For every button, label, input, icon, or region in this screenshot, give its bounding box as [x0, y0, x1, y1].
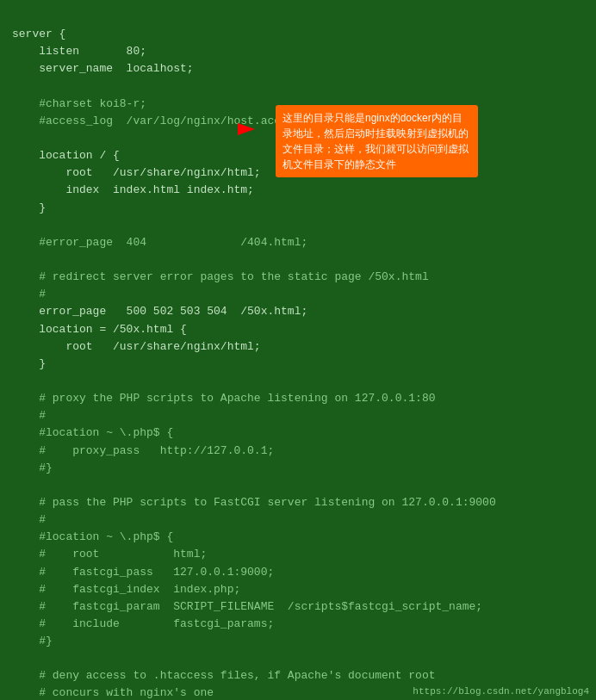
code-line: #error_page 404 /404.html; [12, 234, 584, 251]
code-line [12, 78, 584, 96]
code-line: # root html; [12, 546, 584, 563]
code-line: } [12, 200, 584, 217]
annotation-arrow [238, 123, 255, 135]
code-line: # pass the PHP scripts to FastCGI server… [12, 494, 584, 511]
code-line [12, 477, 584, 494]
code-line: error_page 500 502 503 504 /50x.html; [12, 303, 584, 320]
code-line: index index.html index.htm; [12, 182, 584, 199]
code-line [12, 217, 584, 234]
code-line: # [12, 511, 584, 529]
annotation-text: 这里的目录只能是nginx的docker内的目录地址，然后启动时挂载映射到虚拟机… [282, 112, 469, 170]
code-line: # deny access to .htaccess files, if Apa… [12, 667, 584, 685]
code-line: # fastcgi_param SCRIPT_FILENAME /scripts… [12, 598, 584, 616]
code-line: # redirect server error pages to the sta… [12, 269, 584, 286]
code-line [12, 251, 584, 269]
code-line: #location ~ \.php$ { [12, 529, 584, 546]
code-line: #location ~ \.php$ { [12, 424, 584, 442]
code-line [12, 650, 584, 667]
code-line: # include fastcgi_params; [12, 616, 584, 633]
code-line: # [12, 286, 584, 303]
code-line: server { [12, 26, 584, 43]
code-line: # fastcgi_index index.php; [12, 581, 584, 598]
code-line: # [12, 407, 584, 424]
code-line: root /usr/share/nginx/html; [12, 338, 584, 356]
code-line: location = /50x.html { [12, 321, 584, 338]
url-bar: https://blog.csdn.net/yangblog4 [413, 686, 589, 697]
url-text: https://blog.csdn.net/yangblog4 [413, 686, 589, 697]
code-line: # proxy the PHP scripts to Apache listen… [12, 390, 584, 407]
code-line: #} [12, 633, 584, 650]
code-line: server_name localhost; [12, 60, 584, 77]
code-line: # fastcgi_pass 127.0.0.1:9000; [12, 564, 584, 581]
code-line: #} [12, 460, 584, 477]
code-line: } [12, 356, 584, 373]
annotation-balloon: 这里的目录只能是nginx的docker内的目录地址，然后启动时挂载映射到虚拟机… [276, 105, 478, 177]
code-line: # proxy_pass http://127.0.0.1; [12, 443, 584, 460]
code-line [12, 373, 584, 390]
code-line: listen 80; [12, 43, 584, 60]
